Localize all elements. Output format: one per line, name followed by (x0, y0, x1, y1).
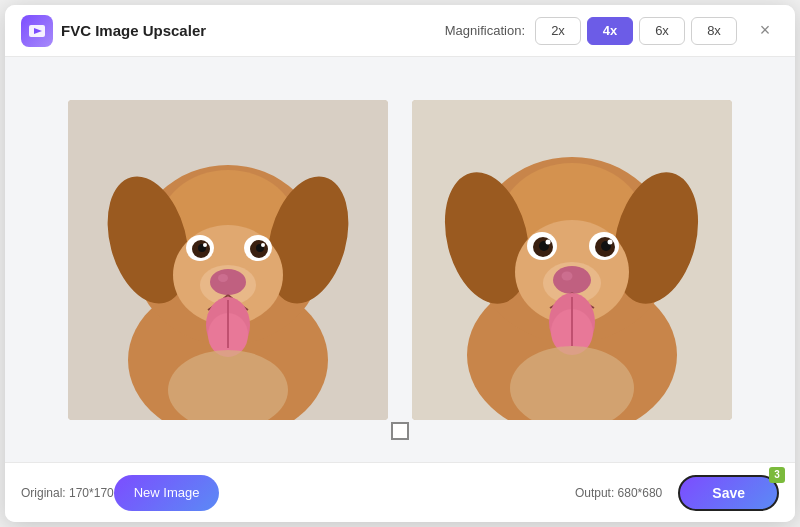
mag-2x-button[interactable]: 2x (535, 17, 581, 45)
save-button[interactable]: Save (678, 475, 779, 511)
mag-6x-button[interactable]: 6x (639, 17, 685, 45)
svg-point-15 (203, 243, 207, 247)
svg-point-18 (210, 269, 246, 295)
app-window: FVC Image Upscaler Magnification: 2x 4x … (5, 5, 795, 522)
footer-actions: 3 Save (678, 475, 779, 511)
output-info: Output: 680*680 (575, 486, 662, 500)
svg-point-37 (546, 239, 551, 244)
close-button[interactable]: × (751, 17, 779, 45)
content-area (5, 57, 795, 462)
svg-point-41 (562, 271, 573, 280)
app-title: FVC Image Upscaler (61, 22, 206, 39)
titlebar: FVC Image Upscaler Magnification: 2x 4x … (5, 5, 795, 57)
svg-point-38 (608, 239, 613, 244)
images-row (35, 75, 765, 444)
original-image-panel (68, 100, 388, 420)
output-image-panel (412, 100, 732, 420)
magnification-label: Magnification: (445, 23, 525, 38)
app-logo (21, 15, 53, 47)
original-info: Original: 170*170 (21, 486, 114, 500)
mag-8x-button[interactable]: 8x (691, 17, 737, 45)
save-badge: 3 (769, 467, 785, 483)
new-image-button[interactable]: New Image (114, 475, 220, 511)
svg-point-19 (218, 274, 228, 282)
svg-point-16 (261, 243, 265, 247)
magnification-buttons: 2x 4x 6x 8x (535, 17, 737, 45)
compare-icon (391, 422, 409, 440)
mag-4x-button[interactable]: 4x (587, 17, 633, 45)
save-button-wrapper: 3 Save (678, 475, 779, 511)
svg-point-40 (553, 266, 591, 294)
footer: Original: 170*170 New Image Output: 680*… (5, 462, 795, 522)
